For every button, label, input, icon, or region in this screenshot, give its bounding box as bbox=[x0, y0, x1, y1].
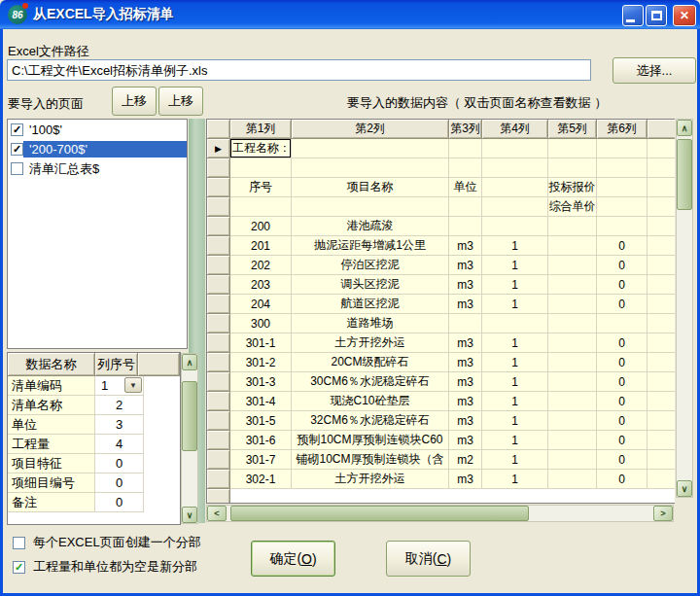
grid-cell[interactable] bbox=[449, 158, 482, 178]
data-grid[interactable]: 第1列第2列第3列第4列第5列第6列 工程名称：某序号项目名称单位投标报价综合单… bbox=[206, 119, 675, 504]
grid-cell[interactable]: m3 bbox=[449, 431, 482, 450]
grid-cell[interactable]: 调头区挖泥 bbox=[292, 275, 449, 295]
grid-cell[interactable] bbox=[548, 236, 597, 256]
table-row[interactable]: 301-4现浇C10砼垫层m310 bbox=[207, 392, 675, 411]
grid-cell[interactable] bbox=[548, 372, 597, 392]
column-number-cell[interactable]: 3 bbox=[95, 415, 144, 435]
grid-cell[interactable]: 1 bbox=[482, 256, 548, 275]
grid-cell[interactable] bbox=[597, 314, 648, 333]
grid-cell[interactable]: m3 bbox=[449, 470, 482, 489]
grid-cell[interactable]: 301-4 bbox=[230, 392, 292, 411]
grid-cell[interactable] bbox=[648, 470, 675, 489]
column-header[interactable]: 第5列 bbox=[548, 120, 597, 139]
table-row[interactable]: 序号项目名称单位投标报价 bbox=[207, 178, 675, 197]
grid-cell[interactable] bbox=[648, 450, 675, 470]
minimize-button[interactable] bbox=[622, 5, 644, 26]
grid-cell[interactable] bbox=[597, 139, 648, 158]
grid-cell[interactable]: m3 bbox=[449, 372, 482, 392]
grid-cell[interactable]: 202 bbox=[230, 256, 292, 275]
grid-cell[interactable]: 1 bbox=[482, 450, 548, 470]
checkbox-icon[interactable] bbox=[13, 537, 25, 549]
page-list[interactable]: '100$''200-700$'清单汇总表$ bbox=[7, 119, 188, 349]
grid-cell[interactable] bbox=[648, 295, 675, 314]
grid-cell[interactable] bbox=[548, 353, 597, 372]
grid-cell[interactable] bbox=[449, 217, 482, 236]
grid-cell[interactable]: 1 bbox=[482, 411, 548, 431]
grid-cell[interactable] bbox=[548, 314, 597, 333]
title-bar[interactable]: 86 从EXCEL导入招标清单 bbox=[0, 0, 700, 29]
grid-cell[interactable]: 1 bbox=[482, 333, 548, 353]
grid-cell[interactable] bbox=[548, 450, 597, 470]
grid-cell[interactable]: 1 bbox=[482, 353, 548, 372]
grid-cell[interactable]: 0 bbox=[597, 431, 648, 450]
column-number-cell[interactable]: 0 bbox=[95, 454, 144, 473]
grid-cell[interactable] bbox=[449, 197, 482, 217]
grid-cell[interactable] bbox=[648, 275, 675, 295]
scroll-down-icon[interactable] bbox=[677, 480, 692, 497]
grid-cell[interactable]: 序号 bbox=[230, 178, 292, 197]
checkbox-icon[interactable] bbox=[11, 162, 23, 175]
column-header[interactable]: 第2列 bbox=[292, 120, 449, 139]
grid-cell[interactable]: 现浇C10砼垫层 bbox=[292, 392, 449, 411]
grid-cell[interactable] bbox=[648, 431, 675, 450]
grid-cell[interactable] bbox=[482, 197, 548, 217]
list-item[interactable]: '100$' bbox=[8, 120, 187, 139]
column-header[interactable]: 第1列 bbox=[230, 120, 292, 139]
grid-cell[interactable]: 203 bbox=[230, 275, 292, 295]
table-row[interactable]: 301-330CM6％水泥稳定碎石m310 bbox=[207, 372, 675, 392]
grid-cell[interactable] bbox=[648, 372, 675, 392]
table-row[interactable]: 项细目编号0 bbox=[8, 473, 180, 493]
table-row[interactable]: 301-532CM6％水泥稳定碎石m310 bbox=[207, 411, 675, 431]
option-one-section-per-sheet[interactable]: 每个EXCEL页面创建一个分部 bbox=[13, 534, 201, 551]
table-row[interactable]: 301-220CM级配碎石m310 bbox=[207, 353, 675, 372]
ok-button[interactable]: 确定(O) bbox=[251, 541, 335, 577]
grid-cell[interactable] bbox=[449, 139, 482, 158]
grid-cell[interactable] bbox=[292, 197, 449, 217]
grid-cell[interactable]: 项目名称 bbox=[292, 178, 449, 197]
table-row[interactable]: 单位3 bbox=[8, 415, 180, 435]
option-empty-is-new-section[interactable]: 工程量和单位都为空是新分部 bbox=[13, 558, 197, 576]
grid-cell[interactable] bbox=[292, 139, 449, 158]
grid-cell[interactable] bbox=[449, 314, 482, 333]
grid-cell[interactable]: 航道区挖泥 bbox=[292, 295, 449, 314]
grid-cell[interactable] bbox=[548, 217, 597, 236]
grid-cell[interactable]: 0 bbox=[597, 450, 648, 470]
table-row[interactable]: 202停泊区挖泥m310 bbox=[207, 256, 675, 275]
table-row[interactable]: 201抛泥运距每增减1公里m310 bbox=[207, 236, 675, 256]
grid-cell[interactable]: 0 bbox=[597, 333, 648, 353]
grid-cell[interactable] bbox=[548, 392, 597, 411]
grid-cell[interactable] bbox=[648, 178, 675, 197]
grid-cell[interactable]: 0 bbox=[597, 411, 648, 431]
scroll-up-icon[interactable] bbox=[677, 120, 692, 136]
grid-cell[interactable]: 0 bbox=[597, 295, 648, 314]
grid-cell[interactable]: 302-1 bbox=[230, 470, 292, 489]
scroll-down-icon[interactable] bbox=[182, 507, 197, 523]
grid-cell[interactable] bbox=[648, 256, 675, 275]
grid-cell[interactable]: 0 bbox=[597, 372, 648, 392]
grid-cell[interactable]: m3 bbox=[449, 333, 482, 353]
grid-cell[interactable]: 301-6 bbox=[230, 431, 292, 450]
grid-cell[interactable]: 0 bbox=[597, 392, 648, 411]
grid-cell[interactable] bbox=[548, 158, 597, 178]
grid-cell[interactable]: m3 bbox=[449, 275, 482, 295]
grid-cell[interactable]: 0 bbox=[597, 275, 648, 295]
grid-cell[interactable]: 抛泥运距每增减1公里 bbox=[292, 236, 449, 256]
grid-cell[interactable] bbox=[597, 197, 648, 217]
grid-cell[interactable] bbox=[548, 470, 597, 489]
table-row[interactable]: 203调头区挖泥m310 bbox=[207, 275, 675, 295]
grid-cell[interactable]: 200 bbox=[230, 217, 292, 236]
grid-cell[interactable] bbox=[548, 295, 597, 314]
scrollbar-thumb[interactable] bbox=[677, 139, 692, 210]
grid-cell[interactable] bbox=[482, 178, 548, 197]
maximize-button[interactable] bbox=[646, 5, 667, 26]
grid-cell[interactable] bbox=[648, 197, 675, 217]
grid-cell[interactable] bbox=[648, 217, 675, 236]
grid-cell[interactable]: m3 bbox=[449, 236, 482, 256]
field-map-scrollbar[interactable] bbox=[181, 353, 198, 524]
cancel-button[interactable]: 取消(C) bbox=[386, 541, 471, 577]
column-number-cell[interactable]: 4 bbox=[95, 435, 144, 454]
grid-cell[interactable]: 1 bbox=[482, 431, 548, 450]
table-row[interactable]: 备注0 bbox=[8, 493, 180, 512]
column-number-cell[interactable]: 0 bbox=[95, 493, 144, 512]
grid-cell[interactable] bbox=[648, 236, 675, 256]
